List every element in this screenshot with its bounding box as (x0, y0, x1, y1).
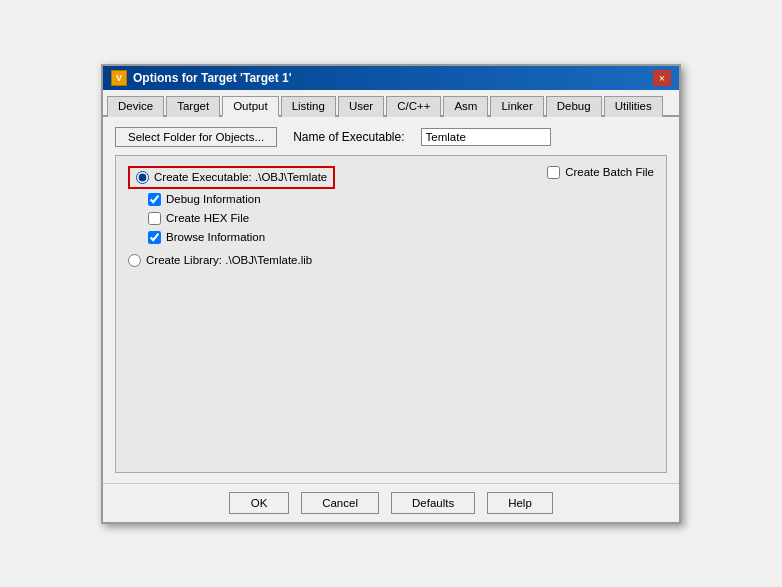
debug-info-checkbox[interactable] (148, 193, 161, 206)
debug-info-label[interactable]: Debug Information (166, 193, 261, 205)
tab-cpp[interactable]: C/C++ (386, 96, 441, 117)
name-exec-label: Name of Executable: (293, 130, 404, 144)
close-button[interactable]: × (653, 70, 671, 86)
tabs-bar: Device Target Output Listing User C/C++ … (103, 90, 679, 117)
create-library-radio-label[interactable]: Create Library: .\OBJ\Temlate.lib (128, 254, 312, 267)
tab-device[interactable]: Device (107, 96, 164, 117)
bottom-bar: OK Cancel Defaults Help (103, 483, 679, 522)
defaults-button[interactable]: Defaults (391, 492, 475, 514)
tab-utilities[interactable]: Utilities (604, 96, 663, 117)
create-exec-radio-label[interactable]: Create Executable: .\OBJ\Temlate (136, 171, 327, 184)
tab-listing[interactable]: Listing (281, 96, 336, 117)
debug-info-row: Debug Information (148, 191, 654, 208)
dialog-title: Options for Target 'Target 1' (133, 71, 292, 85)
create-exec-highlighted-row: Create Executable: .\OBJ\Temlate (128, 166, 335, 189)
create-library-row: Create Library: .\OBJ\Temlate.lib (128, 252, 654, 269)
app-icon: V (111, 70, 127, 86)
browse-info-checkbox[interactable] (148, 231, 161, 244)
title-bar-left: V Options for Target 'Target 1' (111, 70, 292, 86)
cancel-button[interactable]: Cancel (301, 492, 379, 514)
create-lib-label: Create Library: .\OBJ\Temlate.lib (146, 254, 312, 266)
tab-asm[interactable]: Asm (443, 96, 488, 117)
create-hex-checkbox[interactable] (148, 212, 161, 225)
create-library-radio[interactable] (128, 254, 141, 267)
tab-debug[interactable]: Debug (546, 96, 602, 117)
dialog-window: V Options for Target 'Target 1' × Device… (101, 64, 681, 524)
create-batch-row: Create Batch File (547, 166, 654, 179)
browse-info-row: Browse Information (148, 229, 654, 246)
create-exec-label: Create Executable: .\OBJ\Temlate (154, 171, 327, 183)
top-row: Select Folder for Objects... Name of Exe… (115, 127, 667, 147)
select-folder-button[interactable]: Select Folder for Objects... (115, 127, 277, 147)
group-box: Create Batch File Create Executable: .\O… (115, 155, 667, 473)
tab-output[interactable]: Output (222, 96, 279, 117)
create-batch-label[interactable]: Create Batch File (565, 166, 654, 178)
tab-user[interactable]: User (338, 96, 384, 117)
content-area: Select Folder for Objects... Name of Exe… (103, 117, 679, 483)
name-exec-input[interactable] (421, 128, 551, 146)
help-button[interactable]: Help (487, 492, 553, 514)
tab-linker[interactable]: Linker (490, 96, 543, 117)
create-exec-radio[interactable] (136, 171, 149, 184)
create-hex-row: Create HEX File (148, 210, 654, 227)
title-bar: V Options for Target 'Target 1' × (103, 66, 679, 90)
create-batch-checkbox[interactable] (547, 166, 560, 179)
ok-button[interactable]: OK (229, 492, 289, 514)
create-hex-label[interactable]: Create HEX File (166, 212, 249, 224)
browse-info-label[interactable]: Browse Information (166, 231, 265, 243)
tab-target[interactable]: Target (166, 96, 220, 117)
